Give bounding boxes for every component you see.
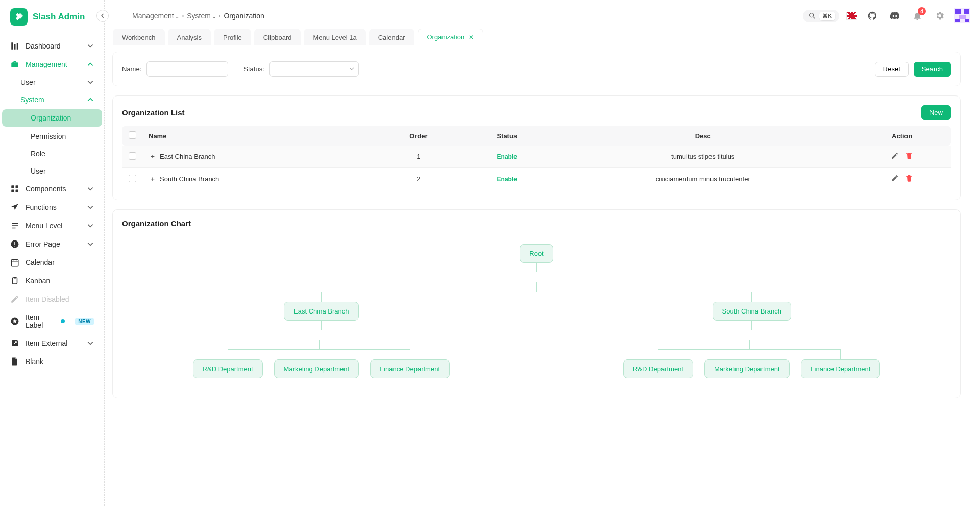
sidebar-item-kanban[interactable]: Kanban — [0, 272, 104, 290]
row-checkbox[interactable] — [129, 175, 136, 182]
org-node-dept[interactable]: R&D Department — [623, 359, 693, 378]
org-node-dept[interactable]: Marketing Department — [704, 359, 790, 378]
delete-icon[interactable] — [905, 152, 913, 161]
svg-rect-14 — [955, 9, 961, 14]
settings-icon[interactable] — [932, 8, 947, 23]
topbar: Management⌄•System⌄•Organization ⌘K 4 — [105, 0, 980, 32]
table-row: +East China Branch1Enabletumultus stipes… — [122, 146, 951, 168]
tab-label: Clipboard — [263, 34, 292, 41]
edit-icon[interactable] — [891, 152, 899, 161]
tab-calendar[interactable]: Calendar — [369, 29, 414, 45]
breadcrumb-sep: • — [219, 13, 221, 19]
sidebar-item-functions[interactable]: Functions — [0, 198, 104, 216]
sidebar-header: Slash Admin — [0, 0, 104, 34]
svg-rect-0 — [11, 185, 14, 188]
search-button[interactable]: Search — [914, 62, 951, 77]
breadcrumb-item[interactable]: Management⌄ — [132, 12, 179, 20]
expand-icon[interactable]: + — [149, 175, 157, 183]
logo-icon — [10, 8, 28, 26]
sidebar-collapse-button[interactable] — [96, 10, 109, 22]
search-button[interactable]: ⌘K — [803, 10, 839, 22]
badge-new: NEW — [75, 318, 94, 325]
sidebar-item-itemexternal[interactable]: Item External — [0, 334, 104, 352]
expand-icon[interactable]: + — [149, 153, 157, 160]
organization-table: NameOrderStatusDescAction +East China Br… — [122, 126, 951, 190]
org-node-dept[interactable]: R&D Department — [193, 359, 263, 378]
org-node-root[interactable]: Root — [520, 244, 553, 263]
new-button[interactable]: New — [921, 105, 951, 120]
select-all-checkbox[interactable] — [129, 131, 136, 139]
tab-analysis[interactable]: Analysis — [168, 29, 211, 45]
sidebar-item-label: Item Label — [26, 313, 52, 329]
sidebar-item-label: Permission — [31, 132, 94, 140]
tab-workbench[interactable]: Workbench — [113, 29, 165, 45]
sidebar-item-label: Organization — [31, 114, 92, 122]
org-node-dept[interactable]: Finance Department — [801, 359, 880, 378]
row-name: East China Branch — [160, 153, 215, 160]
language-flag-icon[interactable] — [846, 12, 857, 20]
filter-status-select[interactable] — [270, 61, 359, 77]
tab-label: Analysis — [177, 34, 202, 41]
filter-card: Name: Status: Reset Search — [112, 52, 961, 86]
breadcrumb-item[interactable]: System⌄ — [187, 12, 216, 20]
user-avatar[interactable] — [954, 8, 970, 23]
github-icon[interactable] — [865, 8, 880, 23]
sidebar-item-user[interactable]: User — [0, 74, 104, 91]
notifications-icon[interactable]: 4 — [910, 8, 925, 23]
sidebar-item-label: Blank — [26, 357, 94, 366]
filter-name-input[interactable] — [146, 61, 228, 77]
col-desc: Desc — [553, 126, 853, 146]
svg-rect-8 — [13, 278, 17, 284]
tab-label: Workbench — [122, 34, 156, 41]
app-title: Slash Admin — [33, 12, 85, 22]
tab-clipboard[interactable]: Clipboard — [254, 29, 301, 45]
sidebar-item-errorpage[interactable]: Error Page — [0, 235, 104, 253]
sidebar-item-menulevel[interactable]: Menu Level — [0, 216, 104, 235]
col-order: Order — [376, 126, 461, 146]
col-action: Action — [853, 126, 951, 146]
pencil-icon — [10, 295, 19, 304]
svg-rect-17 — [955, 19, 960, 22]
col-name: Name — [142, 126, 376, 146]
tab-label: Organization — [427, 33, 465, 41]
sidebar-item-itemlabel[interactable]: Item LabelNEW — [0, 308, 104, 334]
sidebar-item-label: Error Page — [26, 240, 81, 248]
svg-rect-6 — [14, 246, 15, 247]
row-status: Enable — [497, 153, 517, 160]
sidebar-item-organization[interactable]: Organization — [2, 109, 102, 127]
row-name: South China Branch — [160, 175, 219, 183]
tab-organization[interactable]: Organization✕ — [418, 29, 484, 45]
org-node-dept[interactable]: Finance Department — [370, 359, 450, 378]
sidebar-item-system[interactable]: System — [0, 91, 104, 108]
reset-button[interactable]: Reset — [875, 62, 909, 77]
org-node-branch[interactable]: East China Branch — [284, 302, 358, 321]
sidebar-item-permission[interactable]: Permission — [0, 128, 104, 145]
sidebar-item-blank[interactable]: Blank — [0, 352, 104, 371]
sidebar-item-calendar[interactable]: Calendar — [0, 253, 104, 272]
tab-profile[interactable]: Profile — [214, 29, 251, 45]
close-icon[interactable]: ✕ — [469, 34, 474, 41]
sidebar-item-role[interactable]: Role — [0, 145, 104, 162]
sidebar-item-label: Role — [31, 150, 94, 158]
edit-icon[interactable] — [891, 174, 899, 184]
org-node-branch[interactable]: South China Branch — [713, 302, 791, 321]
sidebar-item-user2[interactable]: User — [0, 162, 104, 180]
sidebar-item-label: System — [20, 95, 81, 104]
sidebar-item-components[interactable]: Components — [0, 180, 104, 198]
sidebar: Slash Admin DashboardManagementUserSyste… — [0, 0, 105, 506]
org-node-dept[interactable]: Marketing Department — [274, 359, 359, 378]
breadcrumb-sep: • — [182, 13, 184, 19]
delete-icon[interactable] — [905, 174, 913, 184]
list-card: Organization List New NameOrderStatusDes… — [112, 95, 961, 200]
sidebar-item-label: Dashboard — [26, 42, 81, 50]
sidebar-item-dashboard[interactable]: Dashboard — [0, 37, 104, 55]
discord-icon[interactable] — [887, 8, 902, 23]
plane-icon — [10, 203, 19, 212]
chevron-down-icon — [349, 66, 354, 71]
row-desc: cruciamentum minus truculenter — [553, 168, 853, 190]
sidebar-item-management[interactable]: Management — [0, 55, 104, 74]
tab-menu-level-1a[interactable]: Menu Level 1a — [304, 29, 365, 45]
sidebar-item-label: Kanban — [26, 277, 94, 285]
row-checkbox[interactable] — [129, 152, 136, 160]
row-desc: tumultus stipes titulus — [553, 146, 853, 168]
